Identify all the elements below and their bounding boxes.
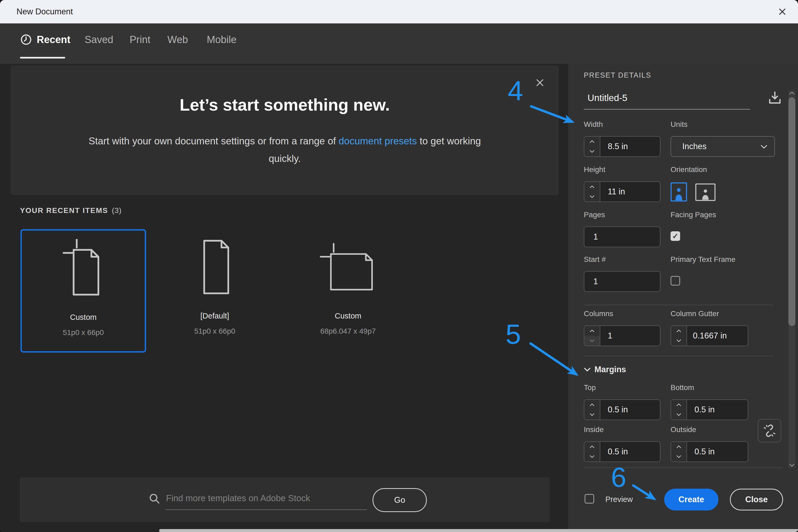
column-gutter-input[interactable]: 0.1667 in (687, 326, 748, 346)
recent-items-count: (3) (112, 206, 122, 214)
chevron-down-icon (590, 455, 595, 458)
main-content: Let’s start something new. Start with yo… (0, 64, 568, 532)
go-button[interactable]: Go (373, 488, 427, 512)
tab-web[interactable]: Web (167, 23, 188, 56)
hero-heading: Let’s start something new. (11, 95, 559, 114)
orientation-portrait-button[interactable] (671, 183, 687, 202)
margin-inside-decrement-button[interactable] (584, 452, 600, 461)
preview-checkbox[interactable] (585, 494, 594, 504)
columns-input[interactable]: 1 (600, 326, 660, 346)
recent-items-heading: YOUR RECENT ITEMS(3) (20, 206, 122, 215)
preset-details-panel: PRESET DETAILS Untitled-5 Width Units 8.… (568, 64, 798, 532)
close-button[interactable]: Close (730, 489, 783, 511)
hero-close-button[interactable] (534, 77, 545, 88)
recent-item-dimensions: 51p0 x 66p0 (22, 328, 145, 337)
recent-item-dimensions: 51p0 x 66p0 (153, 327, 276, 336)
gutter-increment-button[interactable] (671, 326, 687, 336)
margin-outside-stepper (671, 442, 687, 461)
chevron-down-icon (590, 339, 595, 342)
columns-field: 1 (584, 325, 660, 346)
margin-top-decrement-button[interactable] (584, 410, 600, 420)
annotation-number-5: 5 (506, 319, 521, 350)
margin-outside-increment-button[interactable] (671, 442, 687, 452)
margin-top-label: Top (584, 383, 596, 392)
margin-inside-input[interactable]: 0.5 in (600, 442, 660, 461)
margin-bottom-decrement-button[interactable] (671, 410, 687, 420)
start-number-label: Start # (584, 255, 605, 264)
units-label: Units (671, 120, 688, 129)
save-preset-button[interactable] (766, 89, 783, 106)
recent-item-name: Custom (22, 313, 145, 322)
checkmark-icon: ✓ (672, 232, 678, 241)
margin-outside-input[interactable]: 0.5 in (687, 442, 748, 461)
stock-search-input[interactable] (165, 487, 367, 510)
tab-recent[interactable]: Recent (37, 23, 71, 56)
primary-text-frame-checkbox[interactable] (671, 276, 680, 286)
units-value: Inches (682, 142, 706, 151)
height-decrement-button[interactable] (584, 192, 600, 202)
window-close-button[interactable] (776, 5, 788, 18)
link-margins-button[interactable] (758, 419, 781, 442)
margin-outside-decrement-button[interactable] (671, 452, 687, 461)
margin-inside-increment-button[interactable] (584, 442, 600, 452)
width-decrement-button[interactable] (584, 147, 600, 156)
document-name-field[interactable]: Untitled-5 (587, 93, 628, 103)
chevron-up-icon (590, 185, 595, 188)
chevron-up-icon (676, 445, 681, 448)
margin-bottom-increment-button[interactable] (671, 400, 687, 410)
height-increment-button[interactable] (584, 182, 600, 192)
margin-outside-field: 0.5 in (671, 441, 748, 462)
clock-icon (20, 34, 32, 45)
tab-saved[interactable]: Saved (85, 23, 113, 56)
scroll-up-icon[interactable] (789, 91, 795, 95)
horizontal-scrollbar[interactable] (159, 529, 798, 532)
pages-input[interactable]: 1 (584, 227, 660, 247)
recent-item-dimensions: 68p6.047 x 49p7 (287, 327, 410, 336)
facing-pages-checkbox[interactable]: ✓ (671, 231, 680, 241)
scroll-down-icon[interactable] (789, 463, 795, 468)
recent-item-custom-1[interactable]: Custom 51p0 x 66p0 (20, 229, 146, 353)
name-underline (584, 109, 750, 110)
tab-mobile[interactable]: Mobile (207, 23, 237, 56)
start-number-input[interactable]: 1 (584, 271, 660, 292)
column-gutter-field: 0.1667 in (671, 325, 748, 346)
recent-item-custom-2[interactable]: Custom 68p6.047 x 49p7 (287, 229, 410, 350)
recent-item-default[interactable]: [Default] 51p0 x 66p0 (153, 229, 276, 350)
height-input[interactable]: 11 in (600, 182, 660, 202)
dialog-title: New Document (17, 0, 73, 23)
width-label: Width (584, 120, 603, 129)
preview-label: Preview (605, 495, 633, 504)
margin-top-input[interactable]: 0.5 in (600, 400, 660, 420)
section-divider (584, 356, 773, 356)
scrollbar-thumb[interactable] (788, 97, 795, 326)
units-dropdown[interactable]: Inches (671, 136, 775, 157)
chevron-down-icon (590, 413, 595, 416)
margin-bottom-input[interactable]: 0.5 in (687, 400, 748, 420)
columns-increment-button[interactable] (584, 326, 600, 336)
tab-print[interactable]: Print (130, 23, 150, 56)
document-crop-marks-icon (22, 240, 145, 296)
sidebar-scrollbar[interactable] (788, 90, 795, 468)
chevron-up-icon (676, 403, 681, 406)
create-button[interactable]: Create (664, 489, 719, 511)
margins-header-label: Margins (595, 365, 626, 374)
margin-top-increment-button[interactable] (584, 400, 600, 410)
gutter-decrement-button[interactable] (671, 336, 687, 346)
columns-label: Columns (584, 309, 613, 318)
chevron-up-icon (590, 140, 595, 143)
margin-top-stepper (584, 400, 600, 420)
hero-banner: Let’s start something new. Start with yo… (11, 65, 559, 195)
document-presets-link[interactable]: document presets (339, 136, 417, 147)
orientation-label: Orientation (671, 165, 707, 174)
width-stepper (584, 137, 600, 156)
orientation-landscape-button[interactable] (695, 184, 715, 201)
columns-decrement-button[interactable] (584, 336, 600, 346)
margins-section-toggle[interactable]: Margins (584, 365, 626, 374)
width-input[interactable]: 8.5 in (600, 137, 660, 156)
pages-label: Pages (584, 211, 605, 219)
chevron-up-icon (590, 445, 595, 448)
margin-inside-stepper (584, 442, 600, 461)
chevron-down-icon (676, 339, 681, 342)
width-increment-button[interactable] (584, 137, 600, 147)
hero-subtitle: Start with your own document settings or… (74, 132, 495, 168)
